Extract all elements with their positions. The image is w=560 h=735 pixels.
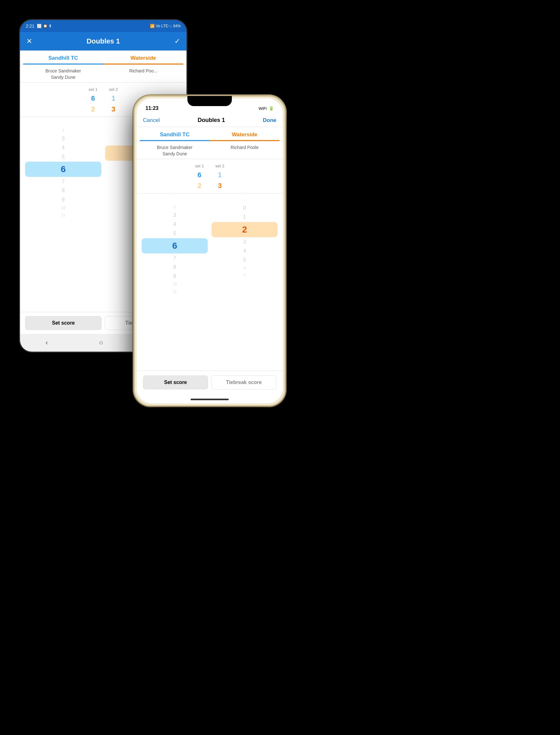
ios-nav-header: Cancel Doubles 1 Done: [137, 114, 283, 127]
ios-phone-inner: 11:23 WiFi 🔋 Cancel Doubles 1 Done Sandh…: [137, 98, 283, 403]
android-status-right: 📶 Vo LTE↑↓ 94%: [150, 24, 181, 28]
ios-team2-selected[interactable]: 2: [212, 222, 278, 237]
ios-t1-5: 5: [173, 229, 176, 238]
t1-num-5: 5: [62, 153, 65, 161]
team1-players: Bruce SandmakerSandy Dune: [23, 68, 103, 80]
ios-set2-header: set 2: [210, 162, 230, 170]
set1-header: set 1: [83, 86, 103, 93]
ios-team1-set1: 6: [189, 170, 210, 180]
ios-score-table: set 1 set 2 6 1 2 3: [189, 162, 230, 191]
check-icon[interactable]: ✓: [174, 37, 180, 45]
ios-t2-4: 4: [243, 247, 246, 255]
ios-home-indicator: [191, 399, 229, 400]
ios-tiebreak-button[interactable]: Tiebreak score: [211, 375, 276, 389]
wifi-icon: 📶: [150, 24, 155, 28]
ios-title: Doubles 1: [198, 117, 225, 124]
team2-set1-score: 2: [83, 104, 103, 115]
ios-team2-set1: 2: [189, 180, 210, 191]
teams-tabs: Sandhill TC Waterside: [20, 51, 186, 65]
ios-team2-set2: 3: [210, 180, 230, 191]
ios-time: 11:23: [145, 105, 159, 111]
ios-t1-7: 7: [173, 254, 176, 262]
score-table: set 1 set 2 6 1 2 3: [83, 86, 124, 115]
ios-bottom-buttons: Set score Tiebreak score: [137, 371, 283, 394]
t1-num-2: 2: [62, 127, 64, 134]
ios-t1-9: 9: [173, 272, 176, 280]
team2-set2-score: 3: [103, 104, 124, 115]
ios-team1-set2: 1: [210, 170, 230, 180]
team1-selected[interactable]: 6: [25, 162, 101, 177]
battery-indicator: 94%: [173, 24, 181, 28]
ios-t1-8: 8: [173, 263, 176, 271]
ios-teams-tabs: Sandhill TC Waterside: [137, 127, 283, 141]
t1-num-9: 9: [62, 196, 65, 204]
t1-num-3: 3: [62, 135, 65, 143]
t1-num-10: 10: [61, 205, 65, 211]
android-icons: ⬜ 🔲 ⬆: [37, 24, 52, 28]
team1-picker: · 2 3 4 5 6 7 8 9 10 11: [25, 120, 101, 219]
t1-num-8: 8: [62, 186, 65, 195]
ios-t2-0: 0: [243, 204, 246, 212]
ios-t1-2: 2: [174, 204, 176, 211]
players-row: Bruce SandmakerSandy Dune Richard Poo...: [20, 65, 186, 83]
android-time: 2:21: [26, 24, 34, 29]
home-icon[interactable]: ○: [99, 339, 103, 347]
ios-t2-3: 3: [243, 238, 246, 246]
ios-score-table-container: set 1 set 2 6 1 2 3: [137, 159, 283, 193]
android-app-header: ✕ Doubles 1 ✓: [20, 32, 186, 51]
done-button[interactable]: Done: [263, 117, 276, 124]
ios-team1-selected[interactable]: 6: [142, 238, 208, 253]
team1-set1-score: 6: [83, 93, 103, 104]
ios-t2-1: 1: [243, 213, 246, 221]
set-score-button[interactable]: Set score: [25, 316, 102, 330]
ios-t2-dash: -: [244, 197, 245, 203]
ios-t2-7: 7: [244, 272, 246, 279]
ios-team1-tab[interactable]: Sandhill TC: [140, 127, 210, 141]
ios-t1-3: 3: [173, 211, 176, 219]
t1-num-11: 11: [61, 212, 65, 219]
android-status-bar: 2:21 ⬜ 🔲 ⬆ 📶 Vo LTE↑↓ 94%: [20, 20, 186, 32]
ios-set1-header: set 1: [189, 162, 210, 170]
team1-tab[interactable]: Sandhill TC: [23, 51, 103, 64]
ios-t1-10: 10: [172, 281, 177, 288]
ios-t1-11: 11: [172, 288, 177, 295]
android-status-left: 2:21 ⬜ 🔲 ⬆: [26, 24, 52, 29]
ios-t2-6: 6: [244, 265, 246, 272]
t1-num-dot: ·: [63, 120, 64, 127]
wifi-icon: WiFi: [259, 106, 267, 111]
ios-t2-5: 5: [243, 256, 246, 264]
team2-players: Richard Poo...: [103, 68, 183, 80]
ios-t1-4: 4: [173, 220, 176, 228]
team1-set2-score: 1: [103, 93, 124, 104]
close-icon[interactable]: ✕: [26, 37, 32, 45]
ios-set-score-button[interactable]: Set score: [143, 375, 208, 389]
android-title: Doubles 1: [86, 37, 120, 45]
ios-team1-picker: · 2 3 4 5 6 7 8 9 10 11: [142, 197, 208, 295]
set2-header: set 2: [103, 86, 124, 93]
ios-players-row: Bruce SandmakerSandy Dune Richard Poole: [137, 141, 283, 159]
cancel-button[interactable]: Cancel: [143, 117, 160, 124]
ios-t1-dot: ·: [174, 197, 175, 203]
ios-status-right: WiFi 🔋: [259, 106, 274, 111]
ios-team2-tab[interactable]: Waterside: [210, 127, 280, 141]
ios-picker-area: · 2 3 4 5 6 7 8 9 10 11 - 0 1 2 3 4 5: [137, 193, 283, 298]
battery-icon: 🔋: [269, 106, 274, 111]
ios-team2-players: Richard Poole: [210, 145, 280, 157]
team2-tab[interactable]: Waterside: [103, 51, 183, 64]
ios-notch: [187, 96, 232, 106]
signal-icon: Vo LTE↑↓: [156, 24, 172, 28]
ios-team1-players: Bruce SandmakerSandy Dune: [140, 145, 210, 157]
ios-phone: 11:23 WiFi 🔋 Cancel Doubles 1 Done Sandh…: [133, 95, 286, 407]
ios-team2-picker: - 0 1 2 3 4 5 6 7: [212, 197, 278, 295]
back-icon[interactable]: ‹: [45, 339, 48, 347]
t1-num-4: 4: [62, 144, 65, 152]
t1-num-7: 7: [62, 178, 65, 186]
